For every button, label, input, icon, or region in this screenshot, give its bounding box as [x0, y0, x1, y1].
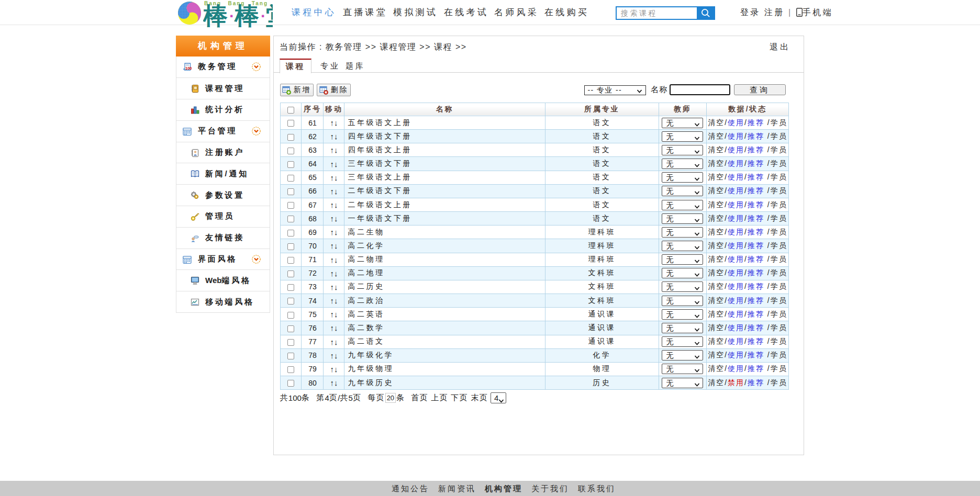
- svg-text:100: 100: [185, 65, 192, 70]
